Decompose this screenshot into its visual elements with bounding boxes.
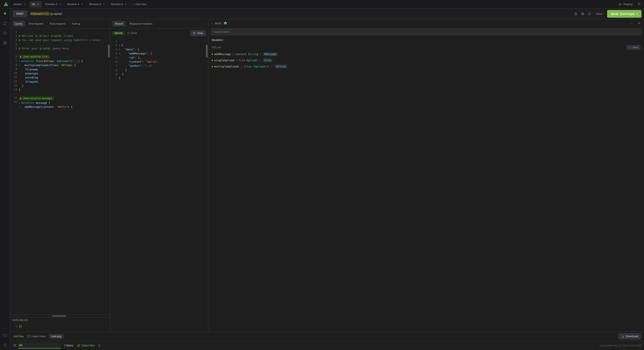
home-button[interactable] [224, 21, 227, 25]
close-icon[interactable]: ✕ [81, 3, 83, 6]
modified-dot-icon [78, 23, 80, 25]
tab-auth[interactable]: Auth [69, 21, 82, 26]
add-files-link[interactable]: Add files [13, 335, 24, 338]
extensions-icon[interactable] [2, 39, 8, 46]
vertical-scrollbar[interactable] [206, 45, 208, 57]
fields-label: FIELDS [212, 46, 221, 49]
tab-photos[interactable]: photos ✕ [11, 1, 28, 7]
refresh-icon[interactable] [588, 12, 592, 16]
more-menu-button[interactable]: ⋯ [629, 21, 634, 26]
line-gutter: 123456789 [110, 38, 119, 332]
type-breadcrumb[interactable]: Mutation [208, 37, 644, 43]
window-tabstrip: photos ✕ file ✕ Window 3 ✕ Window 4 ✕ Wi… [0, 0, 644, 8]
environment-selector[interactable]: Staging [618, 2, 632, 6]
app-logo [4, 2, 8, 7]
close-docs-button[interactable]: ✕ [636, 21, 642, 26]
sort-button[interactable]: None [626, 45, 640, 50]
tab-label: Window 6 [111, 2, 123, 6]
reload-icon[interactable] [2, 20, 8, 27]
close-icon[interactable]: ✕ [24, 3, 26, 6]
field-addmessage[interactable]: addMessage ( content String ) Message [208, 51, 644, 57]
learn-more-link[interactable]: i Learn more [27, 335, 46, 338]
tab-window-4[interactable]: Window 4 ✕ [64, 1, 86, 7]
uploaded-file-chip[interactable]: user.png [49, 334, 64, 339]
tab-window-5[interactable]: Window 5 ✕ [86, 1, 108, 7]
result-viewer[interactable]: 123456789 ▾{ ▾ "data": { ▾ "addMessage":… [110, 38, 208, 332]
trash-icon [193, 32, 196, 35]
tab-post-request[interactable]: Post-request [47, 21, 68, 26]
copy-icon[interactable] [581, 12, 584, 16]
send-button[interactable]: Send (message) ▾ [607, 10, 642, 18]
download-button[interactable]: Download [619, 333, 641, 339]
arrow-left-icon [211, 22, 214, 25]
environment-label: Staging [623, 2, 632, 6]
run-operation-badge[interactable]: ▶ (Send mutation file) [19, 55, 50, 59]
index-badge: 1 [13, 344, 16, 347]
variable-name-input[interactable] [18, 342, 61, 349]
run-operation-badge[interactable]: ▶ (Send mutation message) [19, 97, 54, 100]
subscription-icon[interactable] [2, 10, 8, 17]
back-button[interactable]: Back [211, 22, 221, 25]
svg-rect-8 [5, 41, 6, 42]
tab-auth-label: Auth [72, 22, 78, 25]
svg-rect-13 [582, 13, 584, 15]
docs-header: Back ⋯ ✕ [208, 19, 644, 27]
tab-label: Window 5 [89, 2, 101, 6]
tab-query[interactable]: Query [12, 21, 25, 26]
svg-point-5 [639, 3, 640, 4]
url-input[interactable]: {{baseUrl}}/graphql [30, 12, 572, 15]
search-input[interactable] [211, 28, 641, 35]
tab-pre-request[interactable]: Pre-request [26, 21, 46, 26]
svg-point-4 [620, 4, 620, 4]
svg-rect-9 [4, 43, 5, 44]
tab-window-3[interactable]: Window 3 ✕ [42, 1, 64, 7]
bullet-icon [212, 54, 213, 55]
tab-window-6[interactable]: Window 6 ✕ [108, 1, 130, 7]
chevron-down-icon: ▾ [636, 12, 638, 15]
close-icon[interactable]: ✕ [103, 3, 105, 6]
close-icon[interactable]: ✕ [125, 3, 127, 6]
variables-header[interactable]: VARIABLES [10, 317, 110, 323]
docs-link[interactable]: Docs [594, 12, 604, 15]
last-updated: Last updated: Apr 27, 2024, 4:31:50 AM [600, 344, 641, 347]
file-count[interactable]: 1 file(s) [64, 344, 73, 347]
variables-editor[interactable]: 1 {} [10, 323, 110, 332]
add-tab-button[interactable]: + Add new [130, 2, 149, 6]
bullet-icon [212, 60, 213, 61]
add-icon[interactable] [574, 12, 578, 16]
url-template-token: {{baseUrl}} [30, 12, 49, 15]
files-strip: Add files i Learn more user.png Download [10, 332, 644, 341]
clear-button[interactable]: Clear [190, 30, 206, 36]
sort-icon [629, 46, 632, 49]
vertical-scrollbar[interactable] [108, 45, 110, 57]
tab-label: file [32, 2, 35, 6]
tab-response-headers[interactable]: Response headers [127, 21, 155, 26]
paperclip-icon [77, 344, 80, 347]
collections-icon[interactable] [2, 332, 8, 339]
activity-bar [0, 8, 10, 350]
svg-rect-14 [582, 12, 583, 14]
tab-label: photos [14, 2, 22, 6]
svg-point-15 [127, 32, 129, 34]
close-icon[interactable]: ✕ [59, 3, 61, 6]
field-multipleuploads[interactable]: multipleUploads ( files [Upload!]! ) [Fi… [208, 63, 644, 70]
history-icon[interactable] [2, 30, 8, 37]
account-icon[interactable] [2, 342, 8, 348]
variable-name-field: 1 [13, 342, 61, 349]
info-icon: i [27, 335, 30, 338]
fields-header: FIELDS None [208, 43, 644, 51]
field-singleupload[interactable]: singleUpload ( file Upload! ) File [208, 57, 644, 63]
tab-result[interactable]: Result [112, 21, 126, 26]
bullet-icon [212, 66, 213, 67]
docs-pane: Back ⋯ ✕ Mutation FIELDS [208, 19, 644, 332]
http-method-button[interactable]: POST [13, 10, 28, 17]
close-icon[interactable]: ✕ [37, 3, 39, 6]
settings-button[interactable] [636, 1, 642, 8]
stopwatch-icon [127, 32, 130, 35]
remove-variable-button[interactable]: ✕ [98, 344, 100, 347]
horizontal-scrollbar[interactable] [10, 315, 110, 317]
tab-file[interactable]: file ✕ [29, 1, 42, 7]
code-body: ▾{ ▾ "data": { ▾ "addMessage": { "id": 1… [119, 38, 208, 332]
select-files-button[interactable]: Select files [77, 344, 95, 347]
query-editor[interactable]: 12345 67891011121314 1516 # Welcome to A… [10, 28, 110, 315]
